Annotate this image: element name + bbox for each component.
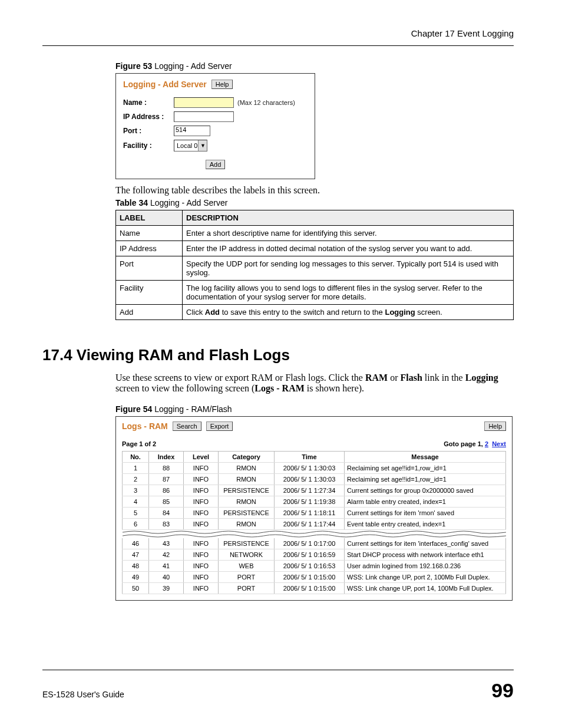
log-cell-no: 46 — [123, 538, 149, 549]
log-cell-level: INFO — [184, 485, 219, 496]
log-cell-level: INFO — [184, 583, 219, 594]
search-button[interactable]: Search — [173, 421, 201, 431]
log-cell-cat: PERSISTENCE — [219, 485, 275, 496]
log-cell-no: 1 — [123, 463, 149, 474]
name-input[interactable] — [174, 97, 234, 108]
figure53-title: Logging - Add Server — [123, 80, 207, 89]
log-cell-index: 87 — [149, 474, 184, 485]
log-cell-level: INFO — [184, 538, 219, 549]
log-cell-no: 4 — [123, 496, 149, 508]
table-row: 188INFORMON2006/ 5/ 1 1:30:03Reclaiming … — [123, 463, 506, 474]
help-button[interactable]: Help — [211, 80, 233, 89]
port-label: Port : — [123, 127, 170, 135]
table34-caption-bold: Table 34 — [115, 198, 148, 207]
log-cell-msg: Start DHCP process with network interfac… — [345, 549, 506, 561]
log-cell-msg: Current settings for item 'interfaces_co… — [345, 538, 506, 549]
export-button[interactable]: Export — [206, 421, 233, 431]
log-cell-no: 49 — [123, 572, 149, 583]
log-cell-msg: Event table entry created, index=1 — [345, 519, 506, 530]
table-row: 584INFOPERSISTENCE2006/ 5/ 1 1:18:11Curr… — [123, 508, 506, 519]
ip-address-input[interactable] — [174, 111, 234, 122]
table-row: FacilityThe log facility allows you to s… — [116, 281, 514, 305]
goto-page: Goto page 1, 2 Next — [444, 440, 506, 447]
table34-head-label: LABEL — [116, 210, 183, 226]
table-row: 287INFORMON2006/ 5/ 1 1:30:03Reclaiming … — [123, 474, 506, 485]
table-row: 4742INFONETWORK2006/ 5/ 1 0:16:59Start D… — [123, 549, 506, 561]
ip-address-label: IP Address : — [123, 113, 170, 121]
log-cell-no: 5 — [123, 508, 149, 519]
log-cell-no: 48 — [123, 561, 149, 572]
log-cell-index: 83 — [149, 519, 184, 530]
log-cell-level: INFO — [184, 508, 219, 519]
log-cell-level: INFO — [184, 561, 219, 572]
log-cell-index: 41 — [149, 561, 184, 572]
table-row: 4841INFOWEB2006/ 5/ 1 0:16:53User admin … — [123, 561, 506, 572]
log-cell-level: INFO — [184, 463, 219, 474]
log-cell-index: 42 — [149, 549, 184, 561]
log-cell-time: 2006/ 5/ 1 0:16:53 — [275, 561, 345, 572]
log-column-header: Category — [219, 452, 275, 463]
log-column-header: Index — [149, 452, 184, 463]
goto-page-2-link[interactable]: 2 — [485, 440, 488, 447]
log-cell-cat: PERSISTENCE — [219, 538, 275, 549]
table-row: 386INFOPERSISTENCE2006/ 5/ 1 1:27:34Curr… — [123, 485, 506, 496]
figure53-caption-bold: Figure 53 — [115, 61, 152, 71]
table-row: 4643INFOPERSISTENCE2006/ 5/ 1 0:17:00Cur… — [123, 538, 506, 549]
table34-head-desc: DESCRIPTION — [183, 210, 514, 226]
section-paragraph: Use these screens to view or export RAM … — [115, 373, 514, 394]
table-row: 683INFORMON2006/ 5/ 1 1:17:44Event table… — [123, 519, 506, 530]
goto-next-link[interactable]: Next — [492, 440, 506, 447]
table34-cell-desc: The log facility allows you to send logs… — [183, 281, 514, 305]
log-cell-index: 39 — [149, 583, 184, 594]
log-table: No.IndexLevelCategoryTimeMessage 188INFO… — [122, 451, 506, 594]
chevron-down-icon: ▼ — [198, 140, 207, 151]
table34-cell-label: Name — [116, 226, 183, 241]
para-after-fig53: The following table describes the labels… — [115, 185, 514, 196]
log-cell-time: 2006/ 5/ 1 0:16:59 — [275, 549, 345, 561]
table-row: NameEnter a short descriptive name for i… — [116, 226, 514, 241]
port-input[interactable]: 514 — [174, 126, 210, 136]
log-cell-no: 6 — [123, 519, 149, 530]
help-button[interactable]: Help — [484, 421, 506, 431]
rule-top — [42, 45, 514, 46]
log-cell-time: 2006/ 5/ 1 0:15:00 — [275, 572, 345, 583]
table34-cell-desc: Click Add to save this entry to the swit… — [183, 305, 514, 320]
log-cell-msg: Alarm table entry created, index=1 — [345, 496, 506, 508]
log-cell-cat: RMON — [219, 519, 275, 530]
table-row: IP AddressEnter the IP address in dotted… — [116, 241, 514, 256]
log-column-header: No. — [123, 452, 149, 463]
log-cell-time: 2006/ 5/ 1 0:17:00 — [275, 538, 345, 549]
figure54-caption: Figure 54 Logging - RAM/Flash — [115, 404, 514, 414]
log-cell-time: 2006/ 5/ 1 1:30:03 — [275, 474, 345, 485]
log-cell-msg: User admin logined from 192.168.0.236 — [345, 561, 506, 572]
log-cell-msg: WSS: Link change UP, port 14, 100Mb Full… — [345, 583, 506, 594]
log-cell-msg: WSS: Link change UP, port 2, 100Mb Full … — [345, 572, 506, 583]
log-cell-level: INFO — [184, 572, 219, 583]
log-cell-cat: PERSISTENCE — [219, 508, 275, 519]
log-cell-no: 50 — [123, 583, 149, 594]
log-cell-cat: RMON — [219, 474, 275, 485]
name-hint: (Max 12 characters) — [237, 99, 295, 106]
figure53-caption-text: Logging - Add Server — [152, 61, 232, 71]
table34-cell-label: Port — [116, 256, 183, 281]
log-cell-msg: Current settings for group 0x2000000 sav… — [345, 485, 506, 496]
log-cell-time: 2006/ 5/ 1 1:18:11 — [275, 508, 345, 519]
facility-select[interactable]: Local 0 ▼ — [174, 140, 207, 151]
log-cell-time: 2006/ 5/ 1 1:19:38 — [275, 496, 345, 508]
page-number: 99 — [491, 679, 514, 702]
log-cell-msg: Current settings for item 'rmon' saved — [345, 508, 506, 519]
log-cell-level: INFO — [184, 474, 219, 485]
page-indicator: Page 1 of 2 — [122, 440, 156, 447]
log-cell-no: 47 — [123, 549, 149, 561]
name-label: Name : — [123, 98, 170, 107]
log-cell-level: INFO — [184, 549, 219, 561]
log-cell-no: 2 — [123, 474, 149, 485]
log-cell-time: 2006/ 5/ 1 1:27:34 — [275, 485, 345, 496]
log-cell-cat: NETWORK — [219, 549, 275, 561]
add-button[interactable]: Add — [206, 160, 226, 169]
log-cell-msg: Reclaiming set age!!id=1,row_id=1 — [345, 463, 506, 474]
log-cell-time: 2006/ 5/ 1 1:17:44 — [275, 519, 345, 530]
table34-cell-label: Add — [116, 305, 183, 320]
chapter-header: Chapter 17 Event Logging — [42, 28, 514, 38]
table-row: PortSpecify the UDP port for sending log… — [116, 256, 514, 281]
